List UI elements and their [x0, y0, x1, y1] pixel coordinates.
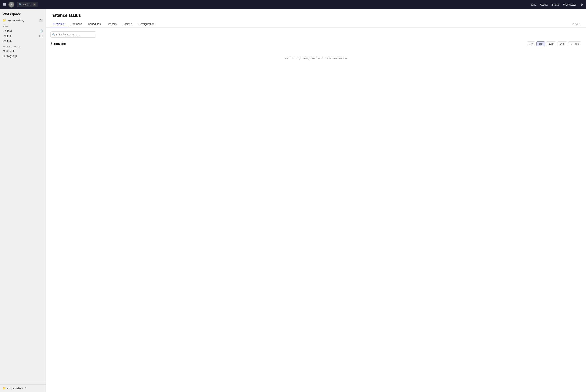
timer-value: 0:14 [573, 23, 578, 26]
filter-input-wrap: 🔍 [50, 32, 96, 38]
tab-sensors[interactable]: Sensors [104, 21, 120, 28]
job-icon-2: ⎇ [3, 34, 6, 37]
sidebar-repo-name: my_repository [8, 19, 24, 22]
footer-refresh-icon[interactable]: ↻ [25, 387, 27, 390]
job-icon-3: ⎇ [3, 39, 6, 42]
nav-assets[interactable]: Assets [540, 3, 548, 6]
asset-groups-section-label: Asset Groups [0, 43, 46, 48]
sidebar-item-job3[interactable]: ⎇ job3 [0, 38, 46, 43]
filter-input[interactable] [50, 32, 96, 38]
tabs: Overview Daemons Schedules Sensors Backf… [50, 21, 158, 28]
timeline-title: ⤴ Timeline [50, 42, 66, 46]
grid-icon-mygroup: ⊞ [3, 54, 5, 58]
grid-icon-default: ⊞ [3, 50, 5, 52]
slash-badge: / [33, 3, 36, 6]
asset-group-mygroup-label: mygroup [7, 54, 17, 58]
search-icon: 🔍 [19, 3, 22, 6]
footer-repo-name: my_repository [7, 387, 23, 390]
footer-folder-icon: 📁 [3, 387, 6, 390]
settings-icon[interactable]: ⚙ [580, 3, 583, 6]
search-placeholder: Search... [23, 3, 32, 6]
asset-group-default-label: default [7, 50, 15, 52]
filter-search-icon: 🔍 [52, 33, 55, 36]
topnav: ☰ 🔍 Search... / Runs Assets Status Works… [0, 0, 586, 9]
tab-overview[interactable]: Overview [50, 21, 68, 28]
tab-schedules[interactable]: Schedules [85, 21, 104, 28]
jobs-section-label: Jobs [0, 23, 46, 28]
nav-runs[interactable]: Runs [530, 3, 536, 6]
logo-icon [9, 2, 15, 8]
sidebar-item-job1[interactable]: ⎇ job1 🕐 [0, 28, 46, 33]
main-content: Instance status Overview Daemons Schedul… [46, 9, 586, 392]
sidebar-repo-count: 5 [39, 19, 43, 22]
job1-clock-icon: 🕐 [40, 29, 43, 32]
sidebar-item-default[interactable]: ⊞ default [0, 48, 46, 54]
search-box[interactable]: 🔍 Search... / [17, 2, 38, 7]
timeline-icon: ⤴ [50, 42, 52, 46]
nav-workspace[interactable]: Workspace [563, 3, 576, 6]
time-btn-1hr[interactable]: 1hr [527, 41, 535, 46]
time-btn-12hr[interactable]: 12hr [546, 41, 556, 46]
timeline-empty-message: No runs or upcoming runs found for this … [50, 49, 581, 68]
main-header: Instance status Overview Daemons Schedul… [46, 9, 586, 28]
job3-label: job3 [7, 39, 12, 42]
job2-signal-icon: ((·)) [39, 34, 43, 37]
job2-label: job2 [7, 34, 12, 37]
svg-point-1 [11, 4, 12, 5]
tab-configuration[interactable]: Configuration [136, 21, 157, 28]
job1-label: job1 [7, 29, 12, 32]
timer-area: 0:14 ↻ [573, 23, 581, 26]
sidebar-item-job2[interactable]: ⎇ job2 ((·)) [0, 33, 46, 38]
hide-button[interactable]: ⤢ Hide [568, 41, 581, 46]
content-area: 🔍 ⤴ Timeline 1hr 6hr 12hr 24hr [46, 28, 586, 392]
sidebar-workspace-label: Workspace [0, 9, 46, 18]
page-title: Instance status [50, 13, 581, 18]
refresh-icon[interactable]: ↻ [579, 23, 581, 26]
tab-backfills[interactable]: Backfills [120, 21, 136, 28]
timeline-controls: 1hr 6hr 12hr 24hr ⤢ Hide [527, 41, 581, 46]
tab-daemons[interactable]: Daemons [68, 21, 85, 28]
sidebar-item-mygroup[interactable]: ⊞ mygroup [0, 54, 46, 58]
time-btn-6hr[interactable]: 6hr [536, 41, 545, 46]
nav-status[interactable]: Status [552, 3, 559, 6]
topnav-links: Runs Assets Status Workspace ⚙ [530, 3, 583, 6]
sidebar-repository[interactable]: 📁 my_repository 5 [0, 18, 46, 23]
sidebar-footer: 📁 my_repository ↻ [0, 384, 46, 392]
folder-icon: 📁 [3, 19, 6, 22]
timeline-section: ⤴ Timeline 1hr 6hr 12hr 24hr ⤢ Hide [50, 41, 581, 68]
sidebar: Workspace 📁 my_repository 5 Jobs ⎇ job1 … [0, 9, 46, 392]
time-btn-24hr[interactable]: 24hr [557, 41, 567, 46]
job-icon: ⎇ [3, 29, 6, 32]
timeline-header: ⤴ Timeline 1hr 6hr 12hr 24hr ⤢ Hide [50, 41, 581, 46]
hide-icon: ⤢ [571, 42, 573, 45]
hamburger-icon[interactable]: ☰ [3, 2, 6, 7]
